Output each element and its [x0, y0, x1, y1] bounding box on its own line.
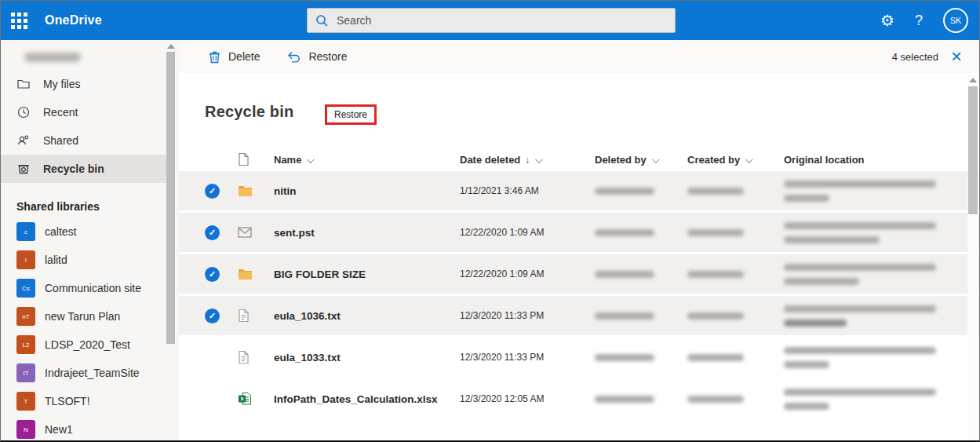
library-item-new1[interactable]: N New1	[1, 415, 179, 442]
table-row-eula-1033[interactable]: eula_1033.txt 12/3/2020 11:33 PM	[179, 338, 979, 377]
redacted-original-location	[784, 305, 936, 312]
search-icon	[315, 14, 329, 27]
app-title: OneDrive	[45, 13, 102, 27]
library-item-indrajeet-teamsite[interactable]: IT Indrajeet_TeamSite	[1, 359, 179, 387]
redacted-original-location	[784, 278, 859, 285]
top-app-bar: OneDrive ⚙ ? SK	[1, 1, 979, 40]
shared-libraries-heading: Shared libraries	[1, 183, 179, 217]
library-tile-icon: l	[16, 250, 35, 269]
onedrive-window: OneDrive ⚙ ? SK My files	[0, 0, 980, 442]
redacted-deleted-by	[595, 354, 654, 361]
table-row-nitin[interactable]: ✓ nitin 1/12/2021 3:46 AM	[179, 171, 979, 210]
main-panel: Delete Restore 4 selected × Restore Recy…	[179, 40, 979, 440]
restore-button[interactable]: Restore	[286, 50, 347, 63]
column-header-date-deleted[interactable]: Date deleted↓	[460, 154, 595, 166]
redacted-created-by	[687, 396, 744, 403]
column-header-deleted-by[interactable]: Deleted by	[595, 154, 687, 166]
column-header-original-location[interactable]: Original location	[784, 154, 979, 166]
library-item-lalitd[interactable]: l lalitd	[1, 246, 179, 274]
settings-gear-icon[interactable]: ⚙	[880, 13, 894, 28]
library-label: TLSOFT!	[45, 395, 90, 407]
library-label: LDSP_2020_Test	[45, 338, 130, 351]
redacted-deleted-by	[595, 271, 654, 278]
folder-icon	[16, 77, 31, 91]
library-label: caltest	[45, 225, 76, 238]
sidebar-item-label: Recycle bin	[43, 163, 104, 175]
account-avatar[interactable]: SK	[943, 8, 968, 33]
table-header-row: Name Date deleted↓ Deleted by Created by…	[179, 148, 979, 171]
redacted-original-location	[784, 236, 880, 243]
sidebar-item-shared[interactable]: Shared	[1, 126, 179, 155]
sidebar-item-recent[interactable]: Recent	[1, 98, 179, 126]
file-name[interactable]: nitin	[274, 185, 460, 197]
file-name[interactable]: eula_1036.txt	[274, 310, 460, 322]
redacted-original-location	[784, 347, 936, 354]
selected-check-icon[interactable]: ✓	[205, 309, 220, 323]
date-deleted: 12/3/2020 11:33 PM	[460, 310, 595, 321]
selected-check-icon[interactable]: ✓	[205, 184, 220, 199]
sidebar-item-my-files[interactable]: My files	[1, 70, 179, 98]
restore-undo-icon	[286, 50, 301, 63]
sidebar-item-recycle-bin[interactable]: Recycle bin	[1, 155, 166, 183]
file-name[interactable]: BIG FOLDER SIZE	[274, 268, 460, 280]
page-title: Recycle bin	[205, 103, 979, 121]
text-file-icon	[238, 309, 250, 323]
library-tile-icon: Cs	[16, 279, 35, 298]
file-name[interactable]: InfoPath_Dates_Calculation.xlsx	[274, 393, 460, 405]
file-type-column-icon[interactable]	[238, 152, 250, 166]
date-deleted: 12/22/2020 1:09 AM	[460, 268, 595, 279]
chevron-down-icon	[307, 155, 315, 163]
search-input[interactable]	[337, 14, 667, 27]
scrollbar-thumb[interactable]	[166, 52, 175, 344]
chevron-down-icon	[535, 155, 543, 163]
main-scrollbar[interactable]	[967, 75, 978, 440]
sidebar-item-label: Shared	[43, 134, 78, 147]
redacted-user-name	[24, 53, 81, 62]
search-box[interactable]	[307, 8, 676, 33]
date-deleted: 12/22/2020 1:09 AM	[460, 227, 595, 238]
sidebar-item-label: Recent	[43, 106, 78, 119]
table-row-infopath-xlsx[interactable]: x InfoPath_Dates_Calculation.xlsx 12/3/2…	[179, 379, 979, 418]
clear-selection-close-icon[interactable]: ×	[951, 47, 962, 66]
library-item-ldsp-2020-test[interactable]: L2 LDSP_2020_Test	[1, 331, 179, 359]
library-label: Communication site	[45, 282, 141, 294]
folder-icon	[238, 184, 253, 197]
recycle-bin-icon	[16, 162, 31, 176]
clock-icon	[16, 105, 31, 119]
redacted-original-location	[784, 264, 936, 271]
people-icon	[16, 133, 31, 148]
delete-button[interactable]: Delete	[209, 50, 260, 64]
library-item-tlsoft[interactable]: T TLSOFT!	[1, 387, 179, 415]
library-item-new-tarun-plan[interactable]: nT new Tarun Plan	[1, 302, 179, 331]
delete-button-label: Delete	[228, 50, 260, 63]
library-tile-icon: L2	[16, 335, 35, 354]
scroll-up-arrow-icon[interactable]	[969, 78, 977, 82]
selected-check-icon[interactable]: ✓	[205, 225, 220, 240]
folder-icon	[238, 268, 253, 280]
app-launcher-waffle-icon[interactable]	[11, 13, 27, 29]
table-row-big-folder-size[interactable]: ✓ BIG FOLDER SIZE 12/22/2020 1:09 AM	[179, 254, 979, 294]
library-item-communication-site[interactable]: Cs Communication site	[1, 274, 179, 302]
column-header-name[interactable]: Name	[274, 154, 460, 166]
redacted-deleted-by	[595, 312, 654, 320]
library-tile-icon: IT	[16, 363, 35, 382]
library-label: Indrajeet_TeamSite	[45, 367, 140, 379]
selection-count: 4 selected	[892, 51, 938, 63]
redacted-created-by	[687, 229, 744, 236]
excel-file-icon: x	[238, 392, 252, 406]
restore-tooltip-annotation: Restore	[325, 104, 377, 125]
sidebar-scrollbar[interactable]	[166, 42, 176, 439]
help-icon[interactable]: ?	[915, 13, 923, 29]
redacted-original-location	[784, 361, 829, 368]
file-name[interactable]: eula_1033.txt	[274, 352, 460, 363]
redacted-original-location	[784, 195, 829, 202]
table-row-sent-pst[interactable]: ✓ sent.pst 12/22/2020 1:09 AM	[179, 213, 979, 252]
scrollbar-thumb[interactable]	[968, 86, 978, 214]
file-name[interactable]: sent.pst	[274, 227, 460, 239]
library-item-caltest[interactable]: c caltest	[1, 217, 179, 246]
selected-check-icon[interactable]: ✓	[205, 267, 220, 282]
redacted-created-by	[687, 271, 744, 278]
column-header-created-by[interactable]: Created by	[687, 154, 784, 166]
scroll-up-arrow-icon[interactable]	[167, 44, 175, 49]
table-row-eula-1036[interactable]: ✓ eula_1036.txt 12/3/2020 11:33 PM	[179, 296, 979, 335]
